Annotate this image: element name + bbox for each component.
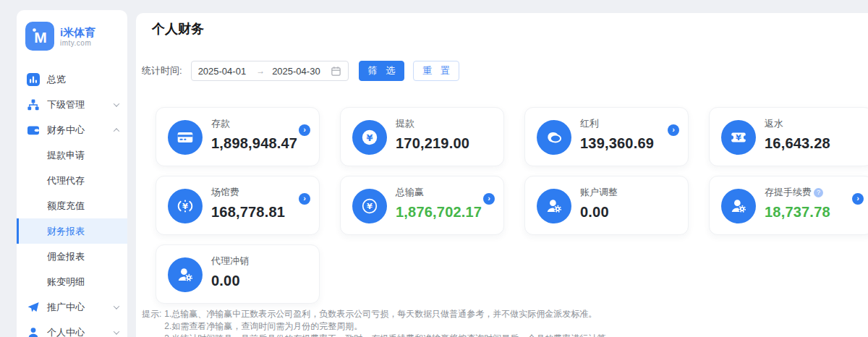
yen-disc-icon: ¥ — [352, 120, 387, 155]
sidebar-item-overview[interactable]: 总览 — [17, 67, 127, 92]
sidebar-item-label: 下级管理 — [47, 98, 85, 111]
sidebar-item-label: 总览 — [47, 73, 66, 86]
arrow-right-icon[interactable]: › — [852, 193, 864, 205]
sidebar: M i米体育 imty.com 总览 下级管理 财务中心 — [17, 10, 127, 337]
bar-chart-icon — [27, 73, 40, 86]
notes: 提示: 1.总输赢、净输赢中正数表示公司盈利，负数表示公司亏损，每天数据只做普通… — [142, 308, 868, 337]
note-line: 3.当统计时间跨月，且前后月份的存提费率不一致时，存提手续费和净输赢将按查询时间… — [164, 333, 614, 337]
range-separator: → — [256, 66, 265, 76]
wallet-icon — [27, 124, 40, 137]
card-value: 16,643.28 — [765, 135, 868, 152]
svg-text:¥: ¥ — [366, 132, 373, 143]
user-gear-icon — [168, 257, 203, 292]
svg-text:¥: ¥ — [736, 132, 741, 142]
sidebar-item-label: 财务报表 — [47, 225, 85, 238]
main-panel: 个人财务 统计时间: 2025-04-01 → 2025-04-30 筛 选 重… — [136, 13, 868, 337]
stat-card-agent-writeoff: 代理冲销 0.00 — [156, 244, 320, 304]
stat-card-deposit: 存款 1,898,948.47 › — [156, 107, 320, 166]
chevron-down-icon — [114, 101, 119, 106]
card-value: 1,898,948.47 — [211, 135, 319, 152]
card-label: 账户调整 — [580, 186, 688, 199]
filter-label: 统计时间: — [142, 64, 182, 77]
sidebar-item-label: 佣金报表 — [47, 250, 85, 263]
svg-text:¥: ¥ — [367, 201, 373, 211]
sidebar-item-agent-deposit[interactable]: 代理代存 — [17, 168, 127, 193]
card-label: 返水 — [765, 117, 868, 130]
card-value: 139,360.69 — [580, 135, 688, 152]
brand-logo[interactable]: M i米体育 imty.com — [17, 10, 127, 61]
card-value: 18,737.78 — [765, 204, 868, 221]
org-chart-icon — [27, 98, 40, 111]
card-value: 0.00 — [211, 273, 319, 289]
person-icon — [27, 326, 40, 337]
sidebar-item-label: 个人中心 — [47, 326, 85, 337]
coins-icon — [537, 120, 571, 155]
brand-logo-icon: M — [25, 22, 54, 51]
sidebar-item-subordinate-management[interactable]: 下级管理 — [17, 92, 127, 117]
chevron-down-icon — [114, 328, 119, 334]
user-gear-icon — [721, 189, 756, 223]
ticket-yen-icon: ¥ — [721, 120, 756, 155]
bracket-yen-icon: ¥ — [168, 189, 203, 223]
sidebar-item-label: 提款申请 — [47, 149, 85, 162]
user-gear-icon — [537, 189, 571, 223]
filter-row: 统计时间: 2025-04-01 → 2025-04-30 筛 选 重 置 — [142, 61, 868, 81]
card-label: 提款 — [396, 117, 503, 130]
card-label: 存提手续费 — [765, 186, 812, 199]
paper-plane-icon — [27, 301, 40, 314]
reset-button[interactable]: 重 置 — [413, 61, 459, 81]
stat-cards: 存款 1,898,948.47 › ¥ 提款 170,219.00 红利 139… — [156, 107, 868, 304]
stat-card-deposit-withdrawal-fee: 存提手续费 ? 18,737.78 › — [709, 176, 868, 235]
sidebar-item-personal-center[interactable]: 个人中心 — [17, 320, 127, 337]
sidebar-item-quota-recharge[interactable]: 额度充值 — [17, 193, 127, 218]
brand-name: i米体育 — [60, 26, 95, 39]
svg-text:M: M — [34, 29, 47, 46]
page-title: 个人财务 — [152, 20, 868, 38]
card-value: 0.00 — [580, 204, 688, 221]
arrow-right-icon[interactable]: › — [299, 193, 310, 205]
svg-text:¥: ¥ — [182, 201, 188, 211]
card-value: 168,778.81 — [211, 204, 319, 221]
sidebar-item-withdrawal-request[interactable]: 提款申请 — [17, 142, 127, 168]
start-date-value[interactable]: 2025-04-01 — [198, 66, 257, 77]
stat-card-bonus: 红利 139,360.69 › — [524, 107, 689, 166]
arrow-right-icon[interactable]: › — [668, 124, 679, 136]
sidebar-item-promotion-center[interactable]: 推广中心 — [17, 294, 127, 320]
notes-prefix: 提示: — [142, 308, 161, 337]
calendar-icon — [331, 66, 341, 77]
note-line: 2.如需查看净输赢，查询时间需为月份的完整周期。 — [164, 320, 614, 333]
chevron-up-icon — [114, 128, 119, 134]
arrow-right-icon[interactable]: › — [483, 193, 495, 205]
date-range-picker[interactable]: 2025-04-01 → 2025-04-30 — [191, 61, 349, 81]
card-value: 1,876,702.17 — [396, 204, 503, 221]
sidebar-item-label: 额度充值 — [47, 200, 85, 213]
arrow-right-icon[interactable]: › — [299, 124, 310, 136]
note-line: 1.总输赢、净输赢中正数表示公司盈利，负数表示公司亏损，每天数据只做普通参考，并… — [164, 308, 614, 320]
sidebar-item-label: 账变明细 — [47, 276, 85, 289]
sidebar-item-financial-report[interactable]: 财务报表 — [17, 218, 127, 244]
stat-card-total-winloss: ¥ 总输赢 1,876,702.17 › — [340, 176, 504, 235]
sidebar-item-finance-center[interactable]: 财务中心 — [17, 117, 127, 142]
sidebar-item-label: 推广中心 — [47, 301, 85, 314]
end-date-value[interactable]: 2025-04-30 — [272, 66, 331, 77]
sidebar-item-commission-report[interactable]: 佣金报表 — [17, 244, 127, 269]
brand-domain: imty.com — [60, 39, 95, 47]
sidebar-item-label: 财务中心 — [47, 124, 85, 137]
bank-card-icon — [168, 120, 203, 155]
stat-card-withdrawal: ¥ 提款 170,219.00 — [340, 107, 504, 166]
sidebar-item-account-change-detail[interactable]: 账变明细 — [17, 269, 127, 294]
personal-finance-page: { "brand": { "name": "i米体育", "domain": "… — [0, 0, 868, 337]
chevron-down-icon — [114, 303, 119, 309]
card-label: 代理冲销 — [211, 255, 319, 268]
ring-yen-icon: ¥ — [352, 189, 387, 223]
sidebar-menu: 总览 下级管理 财务中心 提款申请 代理代存 额度充值 财务报表 佣金报表 账变… — [17, 67, 127, 337]
help-icon[interactable]: ? — [814, 188, 823, 197]
card-value: 170,219.00 — [396, 135, 503, 152]
sidebar-item-label: 代理代存 — [47, 174, 85, 187]
stat-card-venue-fee: ¥ 场馆费 168,778.81 › — [156, 176, 320, 235]
filter-button[interactable]: 筛 选 — [359, 61, 405, 81]
stat-card-account-adjustment: 账户调整 0.00 — [524, 176, 689, 235]
stat-card-rebate: ¥ 返水 16,643.28 — [709, 107, 868, 166]
